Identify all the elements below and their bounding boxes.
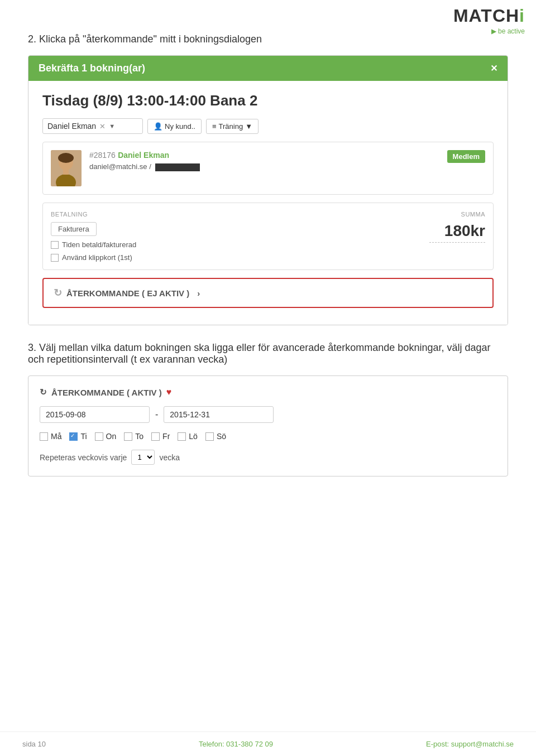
date-from-input[interactable] (40, 406, 150, 423)
fakturera-button[interactable]: Fakturera (51, 222, 97, 236)
recurring-label: ÅTERKOMMANDE ( EJ AKTIV ) (66, 288, 189, 298)
menu-icon: ≡ (212, 122, 217, 131)
avatar-image (51, 150, 82, 186)
logo-hi: i (519, 6, 525, 26)
training-label: Träning (219, 122, 243, 131)
day-item-ma: Må (40, 432, 61, 441)
paid-checkbox[interactable] (51, 241, 59, 249)
payment-body: Fakturera Tiden betald/fakturerad Använd… (51, 222, 485, 262)
klipp-label: Använd klippkort (1st) (62, 253, 132, 262)
step2-heading: 2. Klicka på "återkommande" mitt i bokni… (28, 33, 508, 45)
vecka-label: vecka (159, 453, 180, 462)
footer-email: E-post: support@matchi.se (426, 740, 514, 748)
customer-input[interactable]: Daniel Ekman ✕ ▼ (42, 118, 143, 134)
footer-phone: Telefon: 031-380 72 09 (199, 740, 273, 748)
customer-email-text: daniel@matchi.se / (89, 162, 151, 171)
day-item-fr: Fr (151, 432, 170, 441)
date-range-row: - (40, 406, 496, 423)
day-checkbox-to[interactable] (124, 432, 132, 441)
day-label-fr: Fr (162, 432, 170, 441)
dialog-box: Bekräfta 1 bokning(ar) ✕ Tisdag (8/9) 13… (28, 55, 508, 325)
recurring-arrow-icon: › (197, 288, 200, 298)
new-customer-label: Ny kund.. (165, 122, 195, 131)
customer-row: Daniel Ekman ✕ ▼ 👤 Ny kund.. ≡ Träning ▼ (42, 118, 494, 134)
day-checkbox-ma[interactable] (40, 432, 48, 441)
page-footer: sida 10 Telefon: 031-380 72 09 E-post: s… (0, 731, 536, 756)
day-checkbox-ti[interactable] (69, 432, 78, 441)
customer-phone-hidden (155, 163, 200, 171)
dialog-title: Bekräfta 1 bokning(ar) (39, 62, 145, 74)
svg-point-4 (58, 153, 74, 163)
day-label-lo: Lö (189, 432, 198, 441)
date-separator: - (155, 410, 158, 420)
member-badge: Medlem (447, 150, 485, 163)
logo-match: MATCH (453, 6, 519, 26)
heart-icon: ♥ (166, 387, 172, 397)
dialog-header: Bekräfta 1 bokning(ar) ✕ (28, 56, 508, 81)
day-item-so: Sö (205, 432, 226, 441)
step3-container: 3. Välj mellan vilka datum bokningen ska… (28, 342, 508, 476)
payment-left: Fakturera Tiden betald/fakturerad Använd… (51, 222, 136, 262)
customer-clear-icon[interactable]: ✕ (99, 122, 106, 131)
dialog-body: Tisdag (8/9) 13:00-14:00 Bana 2 Daniel E… (28, 81, 508, 325)
logo-area: MATCHi ▶ be active (453, 6, 525, 35)
payment-section: BETALNING SUMMA Fakturera Tiden betald/f… (42, 203, 494, 270)
recurring-active-label: ÅTERKOMMANDE ( AKTIV ) (51, 388, 162, 397)
customer-name-text: Daniel Ekman (47, 122, 96, 131)
summa-label: SUMMA (461, 211, 485, 218)
recurring-icon: ↻ (54, 287, 62, 299)
summa-value: 180kr (429, 222, 485, 240)
summa-line (429, 242, 485, 243)
close-icon[interactable]: ✕ (490, 63, 497, 74)
recurring-active-section: ↻ ÅTERKOMMANDE ( AKTIV ) ♥ - Må Ti (28, 375, 508, 476)
payment-label: BETALNING (51, 211, 88, 218)
day-label-ma: Må (51, 432, 61, 441)
day-label-ti: Ti (80, 432, 87, 441)
day-item-lo: Lö (178, 432, 198, 441)
repeat-select[interactable]: 1 2 3 (131, 450, 155, 465)
training-button[interactable]: ≡ Träning ▼ (206, 119, 259, 134)
avatar (51, 150, 82, 186)
recurring-inactive-button[interactable]: ↻ ÅTERKOMMANDE ( EJ AKTIV ) › (42, 278, 494, 308)
date-to-input[interactable] (164, 406, 274, 423)
day-item-ti: Ti (69, 432, 87, 441)
main-content: 2. Klicka på "återkommande" mitt i bokni… (0, 0, 536, 521)
customer-card: #28176 Daniel Ekman daniel@matchi.se / M… (42, 142, 494, 195)
klipp-checkbox[interactable] (51, 254, 59, 262)
training-dropdown-icon: ▼ (245, 122, 252, 131)
customer-dropdown-icon[interactable]: ▼ (109, 123, 115, 129)
day-checkbox-lo[interactable] (178, 432, 186, 441)
day-checkbox-fr[interactable] (151, 432, 160, 441)
logo-tagline: ▶ be active (491, 27, 525, 35)
day-label-to: To (135, 432, 143, 441)
recurring-active-icon: ↻ (40, 387, 47, 397)
repeat-row: Repeteras veckovis varje 1 2 3 vecka (40, 450, 496, 465)
checkbox-paid-row: Tiden betald/fakturerad (51, 240, 136, 249)
day-item-to: To (124, 432, 143, 441)
days-row: Må Ti On To Fr (40, 432, 496, 441)
day-checkbox-on[interactable] (95, 432, 103, 441)
customer-email-row: daniel@matchi.se / (89, 162, 439, 171)
recurring-active-header: ↻ ÅTERKOMMANDE ( AKTIV ) ♥ (40, 387, 496, 397)
customer-info: #28176 Daniel Ekman daniel@matchi.se / (89, 150, 439, 171)
booking-title: Tisdag (8/9) 13:00-14:00 Bana 2 (42, 92, 494, 109)
step3-heading: 3. Välj mellan vilka datum bokningen ska… (28, 342, 508, 365)
payment-right: 180kr (429, 222, 485, 243)
repeat-label: Repeteras veckovis varje (40, 453, 127, 462)
day-checkbox-so[interactable] (205, 432, 214, 441)
day-item-on: On (95, 432, 117, 441)
new-customer-button[interactable]: 👤 Ny kund.. (147, 119, 202, 134)
checkbox-klipp-row: Använd klippkort (1st) (51, 253, 136, 262)
footer-page: sida 10 (22, 740, 46, 748)
customer-id-row: #28176 Daniel Ekman (89, 150, 439, 160)
paid-label: Tiden betald/fakturerad (62, 240, 136, 249)
logo-text: MATCHi (453, 6, 525, 26)
day-label-so: Sö (217, 432, 226, 441)
person-icon: 👤 (154, 122, 162, 131)
payment-header: BETALNING SUMMA (51, 211, 485, 218)
customer-id-number: #28176 (89, 151, 116, 160)
svg-rect-3 (63, 169, 69, 175)
day-label-on: On (106, 432, 117, 441)
customer-fullname: Daniel Ekman (118, 151, 169, 160)
